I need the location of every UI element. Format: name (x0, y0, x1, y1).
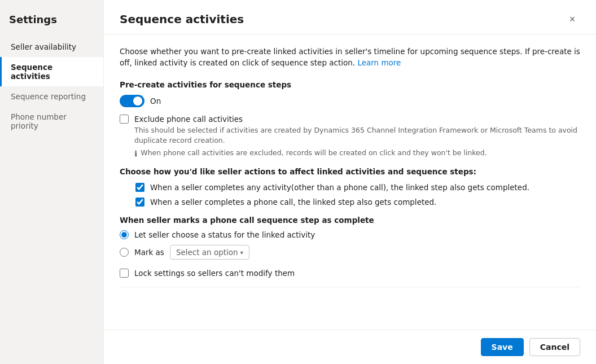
main-panel: Sequence activities × Choose whether you… (104, 0, 596, 364)
exclude-phone-row: Exclude phone call activities This shoul… (120, 114, 580, 146)
save-button[interactable]: Save (481, 338, 524, 356)
chevron-down-icon: ▾ (240, 249, 243, 256)
exclude-phone-checkbox[interactable] (120, 115, 129, 124)
lock-settings-checkbox[interactable] (120, 269, 129, 278)
check-option-2-label[interactable]: When a seller completes a phone call, th… (150, 198, 436, 207)
sidebar-item-sequence-reporting[interactable]: Sequence reporting (0, 86, 103, 107)
section-question: Choose how you'd like seller actions to … (120, 167, 580, 176)
dialog-header: Sequence activities × (104, 0, 596, 34)
check-option-2-row: When a seller completes a phone call, th… (120, 198, 580, 207)
exclude-phone-label[interactable]: Exclude phone call activities (134, 115, 243, 124)
phone-section-label: When seller marks a phone call sequence … (120, 216, 580, 225)
check-option-1-label[interactable]: When a seller completes any activity(oth… (150, 183, 529, 192)
dialog-title: Sequence activities (120, 12, 244, 26)
radio-option-1-label[interactable]: Let seller choose a status for the linke… (134, 230, 315, 239)
pre-create-label: Pre-create activities for sequence steps (120, 80, 580, 89)
dialog-content: Choose whether you want to pre-create li… (104, 34, 596, 330)
info-icon: ℹ (134, 149, 137, 158)
select-placeholder-text: Select an option (176, 248, 238, 257)
sidebar-title: Settings (0, 9, 103, 37)
sidebar: Settings Seller availability Sequence ac… (0, 0, 104, 364)
sidebar-item-sequence-activities[interactable]: Sequence activities (0, 57, 103, 86)
check-option-1-checkbox[interactable] (135, 183, 144, 192)
cancel-button[interactable]: Cancel (529, 338, 580, 356)
sidebar-item-phone-number-priority[interactable]: Phone number priority (0, 107, 103, 136)
close-button[interactable]: × (564, 11, 580, 27)
check-option-2-checkbox[interactable] (135, 198, 144, 207)
mark-as-label[interactable]: Mark as (134, 248, 164, 257)
toggle-row: On (120, 95, 580, 107)
description-text: Choose whether you want to pre-create li… (120, 46, 580, 69)
info-row: ℹ When phone call activities are exclude… (134, 148, 580, 158)
sidebar-item-seller-availability[interactable]: Seller availability (0, 37, 103, 57)
toggle-on-label: On (150, 97, 161, 106)
exclude-phone-subtext: This should be selected if activities ar… (134, 125, 580, 145)
lock-settings-row: Lock settings so sellers can't modify th… (120, 269, 580, 278)
learn-more-link[interactable]: Learn more (357, 58, 401, 67)
info-note: When phone call activities are excluded,… (141, 148, 487, 157)
mark-as-row: Mark as Select an option ▾ (120, 245, 580, 260)
lock-settings-label[interactable]: Lock settings so sellers can't modify th… (134, 269, 295, 278)
footer-divider (120, 287, 580, 287)
radio-mark-as[interactable] (120, 248, 129, 257)
pre-create-toggle[interactable] (120, 95, 144, 107)
radio-option-1-row: Let seller choose a status for the linke… (120, 230, 580, 239)
select-an-option-dropdown[interactable]: Select an option ▾ (170, 245, 249, 260)
dialog-footer: Save Cancel (104, 330, 596, 364)
radio-let-seller-choose[interactable] (120, 230, 129, 239)
check-option-1-row: When a seller completes any activity(oth… (120, 183, 580, 192)
